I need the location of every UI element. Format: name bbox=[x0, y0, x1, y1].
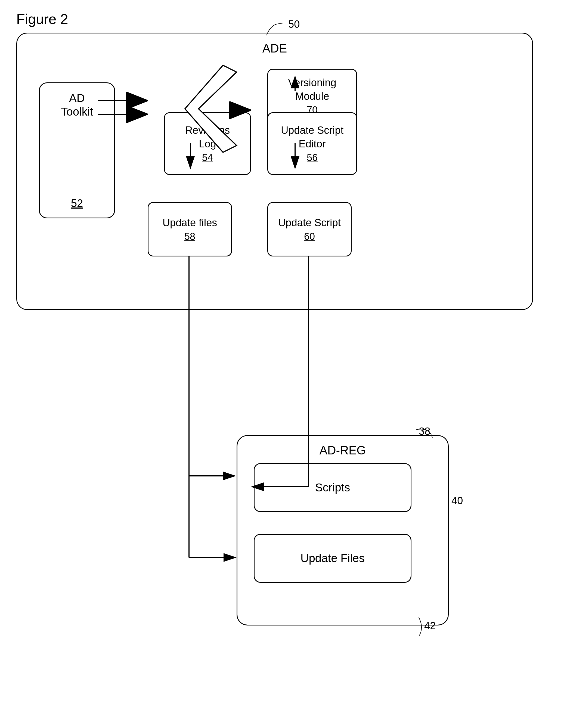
update-script-editor-box: Update Script Editor 56 bbox=[267, 112, 357, 175]
update-script-editor-ref: 56 bbox=[307, 152, 318, 163]
adreg-container: AD-REG Scripts Update Files bbox=[237, 435, 449, 625]
revisions-log-text: Revisions Log bbox=[185, 124, 230, 151]
update-files-inner-box: Update Files bbox=[254, 534, 411, 583]
ref-40: 40 bbox=[451, 495, 463, 507]
ref-42: 42 bbox=[424, 620, 436, 632]
ade-container: ADE AD Toolkit 52 Versioning Module 70 R… bbox=[16, 33, 533, 310]
ad-toolkit-ref: 52 bbox=[71, 197, 83, 209]
update-files-text: Update files bbox=[163, 216, 217, 230]
update-files-inner-text: Update Files bbox=[300, 552, 365, 565]
update-script-text: Update Script bbox=[278, 216, 341, 230]
scripts-text: Scripts bbox=[315, 481, 350, 494]
versioning-module-text: Versioning Module bbox=[288, 76, 336, 103]
revisions-log-ref: 54 bbox=[202, 152, 213, 163]
scripts-box: Scripts bbox=[254, 463, 411, 512]
ad-toolkit-text: AD Toolkit bbox=[61, 91, 93, 119]
adreg-label: AD-REG bbox=[319, 444, 366, 457]
update-script-ref: 60 bbox=[304, 231, 315, 242]
ref-38: 38 bbox=[419, 426, 430, 437]
ad-toolkit-box: AD Toolkit 52 bbox=[39, 82, 115, 218]
revisions-log-box: Revisions Log 54 bbox=[164, 112, 251, 175]
ade-label: ADE bbox=[262, 42, 287, 55]
figure-title: Figure 2 bbox=[16, 11, 68, 27]
ref-50: 50 bbox=[288, 18, 300, 30]
update-script-box: Update Script 60 bbox=[267, 202, 352, 256]
update-script-editor-text: Update Script Editor bbox=[281, 124, 343, 151]
update-files-box: Update files 58 bbox=[148, 202, 232, 256]
update-files-ref: 58 bbox=[184, 231, 195, 242]
